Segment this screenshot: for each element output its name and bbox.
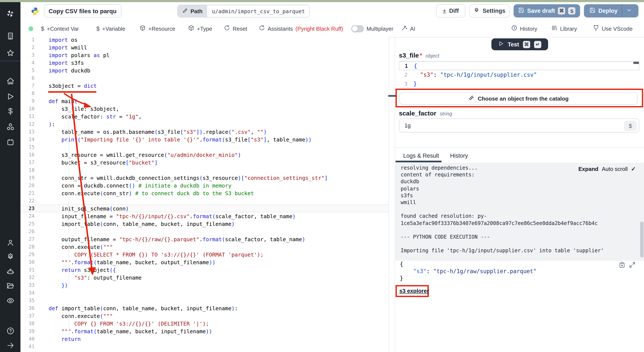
code-line: 6	[20, 74, 389, 82]
sidebar-item-favorites[interactable]	[0, 46, 20, 61]
wand-icon	[401, 25, 408, 32]
gear-icon	[6, 252, 14, 262]
sidebar-item-help[interactable]	[0, 324, 20, 339]
status-dot	[28, 26, 33, 31]
tab-history[interactable]: History	[450, 150, 468, 161]
assistants-button[interactable]: Assistants (Pyright Black Ruff)	[259, 20, 343, 37]
code-line: 39 """.format(table_name, bucket, input_…	[20, 327, 389, 335]
json-editor-scrollbar[interactable]	[633, 62, 639, 64]
deploy-button[interactable]: Deploy	[584, 4, 638, 18]
autoscroll-label[interactable]: Auto scroll	[602, 166, 628, 172]
code-line: 33 })	[20, 281, 389, 289]
code-line: 29 COPY (SELECT * FROM {}) TO 's3://{}/{…	[20, 250, 389, 258]
deploy-dropdown[interactable]	[622, 7, 636, 14]
library-button[interactable]: Library	[551, 20, 577, 37]
result-json: { "s3": "tpc-h/1g/raw/supplier.parquet"}	[400, 261, 622, 282]
script-title-input[interactable]	[44, 4, 122, 18]
json-editor-line: 3}	[399, 79, 639, 88]
code-line: 24 input_filename = "tpc-h/{}/input/{}.c…	[20, 212, 389, 220]
arrow-right-icon	[6, 341, 14, 351]
path-button[interactable]: Path u/admin/import_csv_to_parquet	[177, 5, 310, 18]
sidebar-item-runs[interactable]	[0, 90, 20, 104]
code-line: 23 init_sql_schema(conn)	[20, 204, 389, 212]
add-context-var-button[interactable]: $ +Context Var	[41, 20, 79, 37]
enter-key-badge: ↵	[534, 41, 541, 48]
log-panel: resolving dependencies...content of requ…	[395, 163, 644, 261]
deploy-main[interactable]: Deploy	[584, 7, 618, 14]
save-icon	[518, 7, 524, 14]
add-resource-button[interactable]: +Resource	[139, 20, 175, 37]
dollar-icon: $	[96, 25, 100, 32]
code-line: 8	[20, 90, 389, 97]
sidebar-item-home[interactable]	[0, 74, 20, 89]
refresh-icon	[224, 25, 230, 32]
settings-button[interactable]: Settings	[469, 4, 510, 18]
code-line: 41	[20, 342, 389, 350]
sidebar-item-account[interactable]	[0, 236, 20, 250]
vscode-cat-icon	[593, 25, 599, 32]
panel-scrollbar[interactable]	[640, 222, 644, 258]
panel-resize-handle[interactable]	[388, 95, 396, 97]
log-lines: resolving dependencies...content of requ…	[401, 164, 604, 254]
scale-factor-input[interactable]	[399, 118, 639, 132]
arg-scale-factor-label: scale_factor string	[399, 110, 452, 117]
code-line: 31 return s3object({	[20, 266, 389, 274]
code-line: 27 output_filename = "tpc-h/{}/raw/{}.pa…	[20, 235, 389, 243]
code-lines: 1import os2import wmill3import polars as…	[20, 36, 389, 352]
add-type-button[interactable]: +Type	[188, 20, 212, 37]
home-icon	[6, 77, 14, 87]
cmd-key-badge: ⌘	[558, 7, 565, 14]
choose-object-button[interactable]: Choose an object from the catalog	[399, 92, 638, 105]
test-tube-icon	[468, 95, 474, 102]
use-vscode-button[interactable]: Use VScode	[593, 20, 633, 37]
multiplayer-toggle[interactable]: Multiplayer	[351, 20, 394, 37]
variable-picker-button[interactable]: $	[624, 120, 637, 131]
sidebar-item-collapse[interactable]	[0, 339, 20, 352]
windmill-logo[interactable]	[0, 4, 20, 23]
refresh-icon	[259, 25, 265, 32]
user-icon	[6, 238, 14, 248]
toggle-switch[interactable]	[351, 25, 364, 32]
expand-button[interactable]: Expand	[578, 166, 598, 172]
history-button[interactable]: History	[511, 20, 537, 37]
expand-icon[interactable]	[629, 262, 636, 270]
test-button[interactable]: Test ⌘ ↵	[492, 38, 548, 50]
tab-logs-result[interactable]: Logs & Result	[403, 150, 439, 161]
code-line: 26	[20, 228, 389, 235]
check-icon[interactable]: ✓	[631, 166, 636, 172]
sidebar-item-workspace[interactable]	[0, 30, 20, 44]
sidebar-item-variables[interactable]	[0, 105, 20, 119]
code-line: 35	[20, 296, 389, 304]
code-line: 16 s3_resource = wmill.get_resource("u/a…	[20, 151, 389, 158]
s3-file-json-editor[interactable]: 1{2 "s3": "tpc-h/1g/input/supplier.csv"3…	[399, 61, 639, 88]
sidebar	[0, 2, 20, 352]
json-editor-line: 2 "s3": "tpc-h/1g/input/supplier.csv"	[399, 70, 639, 79]
sidebar-item-audit-logs[interactable]	[0, 294, 20, 308]
ai-button[interactable]: AI	[401, 20, 415, 37]
save-draft-button[interactable]: Save draft ⌘ S	[514, 4, 580, 18]
indent-guide	[68, 312, 69, 342]
code-line: 18	[20, 166, 389, 174]
sidebar-item-folders[interactable]	[0, 279, 20, 294]
json-editor-lines: 1{2 "s3": "tpc-h/1g/input/supplier.csv"3…	[399, 61, 639, 88]
dollar-icon	[6, 107, 14, 117]
required-asterisk: *	[420, 52, 422, 59]
sidebar-item-workers[interactable]	[0, 265, 20, 280]
code-line: 4import s3fs	[20, 59, 389, 66]
s3-explorer-link[interactable]: s3 explorer	[399, 288, 429, 294]
copy-icon[interactable]	[619, 262, 625, 270]
reset-button[interactable]: Reset	[224, 20, 247, 37]
code-editor[interactable]: 1import os2import wmill3import polars as…	[20, 36, 389, 352]
sidebar-item-settings[interactable]	[0, 250, 20, 265]
chevron-down-icon	[626, 7, 632, 14]
diff-button[interactable]: ± Diff	[436, 4, 466, 18]
panel-divider	[395, 148, 644, 148]
add-variable-button[interactable]: $ +Variable	[96, 20, 125, 37]
sidebar-item-resources[interactable]	[0, 120, 20, 135]
code-line: 36def import_table(conn, table_name, buc…	[20, 304, 389, 312]
code-line: 40 return	[20, 335, 389, 342]
folder-open-icon	[6, 282, 14, 291]
pencil-icon	[182, 8, 188, 14]
sidebar-item-schedules[interactable]	[0, 136, 20, 150]
code-line: 5import duckdb	[20, 66, 389, 74]
